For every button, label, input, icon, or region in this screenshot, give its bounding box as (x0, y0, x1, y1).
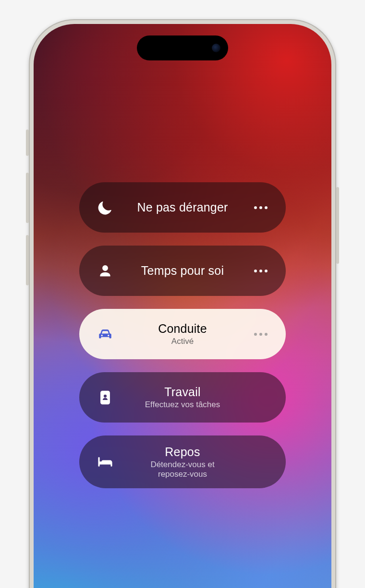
power-button (336, 187, 339, 264)
focus-item-title: Conduite (121, 322, 244, 336)
badge-icon (95, 389, 116, 406)
focus-item-subtitle: Activé (121, 337, 244, 346)
focus-item-subtitle: Détendez-vous et reposez-vous (121, 460, 244, 479)
focus-item-dnd[interactable]: Ne pas déranger (79, 182, 286, 233)
focus-item-title: Ne pas déranger (121, 200, 244, 214)
screen: Ne pas déranger Temps pour soi (34, 24, 331, 588)
focus-modes-list: Ne pas déranger Temps pour soi (79, 182, 286, 488)
volume-up-button (26, 173, 29, 223)
car-icon (95, 326, 116, 342)
focus-item-title: Temps pour soi (121, 264, 244, 278)
person-icon (95, 263, 116, 279)
focus-item-subtitle: Effectuez vos tâches (121, 400, 244, 410)
more-icon[interactable] (251, 270, 270, 272)
focus-item-title: Travail (121, 385, 244, 399)
focus-item-sleep[interactable]: Repos Détendez-vous et reposez-vous (79, 435, 286, 488)
dynamic-island (137, 35, 228, 60)
more-icon[interactable] (251, 333, 270, 336)
moon-icon (95, 200, 116, 216)
bed-icon (95, 454, 116, 470)
focus-item-driving[interactable]: Conduite Activé (79, 309, 286, 359)
focus-item-work[interactable]: Travail Effectuez vos tâches (79, 372, 286, 423)
focus-item-personal[interactable]: Temps pour soi (79, 246, 286, 296)
iphone-frame: Ne pas déranger Temps pour soi (29, 19, 336, 588)
ring-switch (26, 129, 29, 156)
focus-item-title: Repos (121, 445, 244, 459)
more-icon[interactable] (251, 206, 270, 209)
volume-down-button (26, 235, 29, 285)
